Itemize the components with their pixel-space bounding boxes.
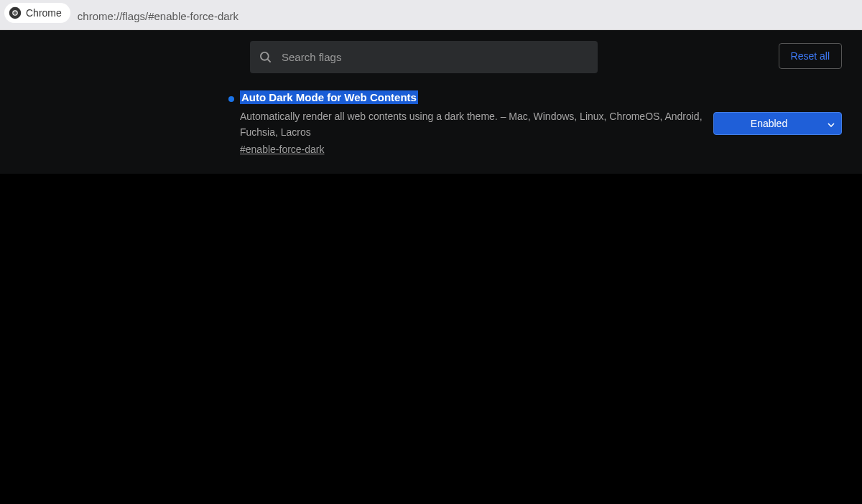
search-container (250, 41, 598, 73)
browser-address-bar: Chrome chrome://flags/#enable-force-dark (0, 0, 862, 30)
url-text[interactable]: chrome://flags/#enable-force-dark (78, 6, 238, 27)
reset-all-button[interactable]: Reset all (779, 43, 842, 69)
chrome-icon (9, 6, 22, 19)
flag-select-wrapper: Enabled (713, 112, 842, 135)
flag-title: Auto Dark Mode for Web Contents (240, 90, 418, 104)
flags-page: Reset all Auto Dark Mode for Web Content… (0, 30, 862, 174)
search-input[interactable] (250, 41, 598, 73)
site-label: Chrome (26, 7, 62, 19)
flag-permalink[interactable]: #enable-force-dark (240, 144, 325, 155)
modified-dot-icon (228, 96, 234, 102)
site-identity-chip[interactable]: Chrome (4, 3, 70, 23)
svg-point-2 (13, 11, 17, 14)
flag-description: Automatically render all web contents us… (240, 108, 713, 141)
flags-toolbar: Reset all (0, 30, 862, 84)
flag-info: Auto Dark Mode for Web Contents Automati… (240, 91, 713, 156)
flag-row: Auto Dark Mode for Web Contents Automati… (0, 84, 862, 173)
empty-area (0, 174, 862, 504)
flag-state-select[interactable]: Enabled (713, 112, 842, 135)
